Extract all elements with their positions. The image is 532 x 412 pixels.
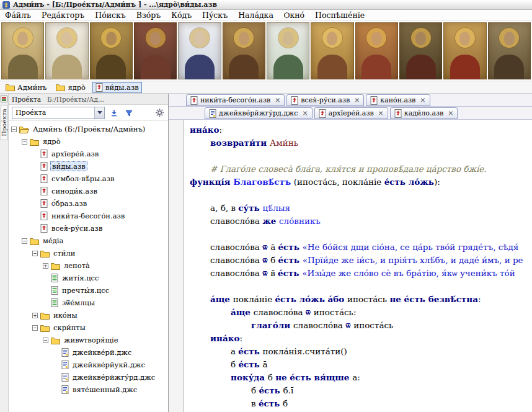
menu-item[interactable]: Нала́дка	[238, 11, 273, 20]
expand-box-icon[interactable]: +	[32, 313, 38, 318]
tree-item[interactable]: пречты́я.цсс	[9, 284, 168, 297]
menu-item[interactable]: Реда́кторъ	[42, 11, 84, 20]
expand-box-icon[interactable]: +	[43, 263, 48, 269]
settings-gear-icon[interactable]	[154, 107, 165, 119]
menu-item[interactable]: Ѻкно́	[284, 11, 304, 20]
code-token-str: «Прїи́де же іи́съ, и прія́тъ хлѣ́бъ, и д…	[303, 255, 523, 265]
tab-close-icon[interactable]: ×	[378, 110, 384, 117]
collapse-box-icon[interactable]: −	[22, 238, 27, 244]
tree-item[interactable]: джейкве́рй.джс	[9, 346, 168, 359]
tree-item[interactable]: житі́я.цсс	[9, 272, 168, 284]
code-token-str: «Изы́де же сло́во сѐ въ бра́тію, я́кѡ уч…	[302, 268, 515, 278]
file-css-icon	[51, 298, 58, 307]
editor-tab[interactable]: джейкве́рйжгу́рд.джс×	[205, 107, 313, 119]
tab-close-icon[interactable]: ×	[420, 97, 425, 104]
editor-tab[interactable]: всея̀-ру́си.азв×	[286, 94, 364, 106]
tree-item[interactable]: −Адми́нъ (Б:/Прое́кты/Адми́нъ)	[9, 123, 168, 135]
tree-item[interactable]: всея̀-ру́си.азв	[9, 222, 168, 235]
filter-icon[interactable]	[123, 107, 135, 119]
menu-item[interactable]: Фа́йлъ	[5, 11, 31, 20]
collapse-box-icon[interactable]: −	[43, 338, 48, 343]
collapse-box-icon[interactable]: −	[11, 127, 17, 132]
tree-item[interactable]: +ико́ны	[9, 309, 168, 321]
editor-tab[interactable]: кади́ло.азв×	[390, 107, 458, 119]
tree-item[interactable]: −живѡтворя́щіе	[9, 334, 168, 346]
code-token-id: а	[210, 203, 215, 213]
icon-thumbnail[interactable]	[399, 22, 442, 79]
collapse-box-icon[interactable]: −	[22, 139, 27, 145]
tree-item[interactable]: зѿе́млцы	[9, 297, 168, 309]
code-token-id: б	[283, 385, 288, 395]
code-line: а́ще славосло́ва ѿ ипоста́сь:	[190, 306, 532, 319]
tab-close-icon[interactable]: ×	[448, 110, 453, 117]
code-token-id: славосло́ва	[210, 242, 262, 252]
tree-item[interactable]: −сти́ли	[9, 247, 168, 259]
folder-icon	[51, 262, 60, 270]
tree-item[interactable]: −скри́пты	[9, 321, 168, 334]
icon-thumbnail[interactable]	[267, 22, 309, 79]
tree-item[interactable]: +лепота̀	[9, 259, 168, 272]
menu-item[interactable]: Поспѣше́нїе	[315, 11, 365, 20]
code-token-kw: не е́сть	[275, 372, 314, 382]
tree-item-label: вяте́шенный.джс	[71, 385, 138, 394]
menu-item[interactable]: По́искъ	[95, 11, 126, 20]
folder-icon	[40, 311, 50, 320]
code-token-id: в	[251, 398, 259, 408]
tree-item-label: архїере́й.азв	[50, 150, 100, 158]
file-azv-icon	[40, 199, 48, 208]
tree-item[interactable]: ники́та-бесого́н.азв	[9, 210, 168, 222]
menu-item[interactable]: Пу́скъ	[202, 11, 228, 20]
tab-close-icon[interactable]: ×	[275, 97, 280, 104]
collapse-all-icon[interactable]	[109, 107, 120, 119]
code-line: возврати́ти Ами́нь	[190, 137, 532, 150]
menu-item[interactable]: Ко́дъ	[171, 11, 192, 20]
project-panel: Прое́кта Б:/Прое́кты/Ад... Прое́кта −Адм…	[9, 94, 169, 412]
code-token-num: і̄	[291, 385, 293, 395]
tree-item[interactable]: ви́ды.азв	[9, 160, 168, 172]
code-token-type: сло́вникъ	[279, 216, 321, 226]
tree-item[interactable]: ѻ́браз.азв	[9, 197, 168, 210]
menu-item[interactable]: Взо́ръ	[136, 11, 161, 20]
icon-thumbnail[interactable]	[223, 22, 265, 79]
icon-thumbnail[interactable]	[45, 22, 88, 79]
project-combobox[interactable]: Прое́кта	[12, 107, 105, 119]
combobox-value: Прое́кта	[16, 109, 46, 117]
collapse-box-icon[interactable]: −	[32, 251, 38, 256]
tree-item[interactable]: сѵмбол-вѣ́ры.азв	[9, 172, 168, 185]
shortcut-item[interactable]: Адми́нъ	[3, 83, 49, 92]
tree-item[interactable]: −ме́діа	[9, 235, 168, 247]
face-shape	[327, 32, 337, 45]
tab-close-icon[interactable]: ×	[302, 110, 308, 117]
code-editor[interactable]: ина́ко:возврати́ти Ами́нь # Глаго́ле сло…	[169, 120, 532, 412]
tree-item[interactable]: −ядро̀	[9, 135, 168, 148]
tree-item[interactable]: архїере́й.азв	[9, 148, 168, 160]
projects-rail-icon[interactable]	[1, 96, 7, 102]
code-token-kw: а́ще	[210, 294, 233, 304]
editor-tab[interactable]: архїере́й.азв×	[314, 107, 388, 119]
code-line: глаго́ли славосло́ва ѿ ипоста́сь	[190, 319, 532, 332]
icon-thumbnail[interactable]	[90, 22, 133, 79]
code-token-id: ипоста́сь	[347, 294, 389, 304]
collapse-box-icon[interactable]: −	[32, 325, 38, 331]
shortcut-item[interactable]: ви́ды.азв	[92, 82, 142, 93]
tab-close-icon[interactable]: ×	[354, 97, 360, 104]
combobox-dropdown-button[interactable]	[94, 107, 104, 119]
editor-tab[interactable]: ники́та-бесого́н.азв×	[186, 94, 285, 106]
icon-thumbnail[interactable]	[178, 22, 221, 79]
tree-item[interactable]: джейкве́рйжгу́рд.джс	[9, 371, 168, 383]
projects-rail-tab[interactable]: Прое́кта	[1, 105, 8, 140]
tree-item[interactable]: синоди́к.азв	[9, 185, 168, 197]
tree-item[interactable]: джейкве́рйукй.джс	[9, 359, 168, 371]
icon-thumbnail[interactable]	[311, 22, 353, 79]
tree-item[interactable]: вяте́шенный.джс	[9, 383, 168, 396]
code-token-kw: ина́ко	[190, 125, 219, 135]
shortcut-item[interactable]: ядро̀	[53, 83, 88, 92]
icon-thumbnail[interactable]	[1, 22, 44, 79]
icon-thumbnail[interactable]	[488, 22, 531, 79]
code-line: ина́ко:	[190, 123, 532, 137]
icon-thumbnail[interactable]	[355, 22, 398, 79]
editor-tab[interactable]: кано́н.азв×	[366, 94, 430, 106]
code-token-id: б	[231, 359, 238, 369]
icon-thumbnail[interactable]	[134, 22, 177, 79]
icon-thumbnail[interactable]	[443, 22, 486, 79]
